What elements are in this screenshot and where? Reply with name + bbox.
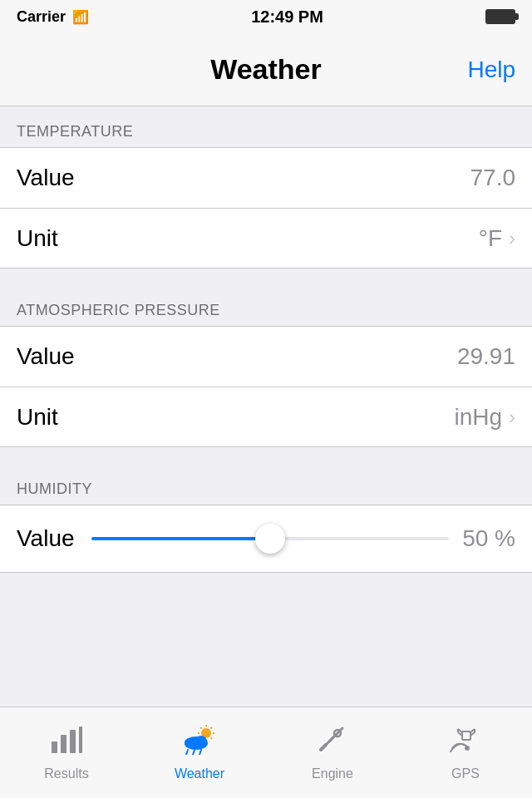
- humidity-value-display: 50 %: [449, 525, 515, 552]
- temperature-group: Value 77.0 Unit °F ›: [0, 147, 532, 268]
- humidity-value-label: Value: [17, 525, 75, 552]
- carrier-label: Carrier: [17, 8, 66, 26]
- svg-line-16: [186, 750, 188, 755]
- content-area: TEMPERATURE Value 77.0 Unit °F › ATMOSPH…: [0, 106, 532, 573]
- svg-rect-3: [79, 727, 82, 753]
- engine-icon: [316, 725, 349, 761]
- temperature-section-header: TEMPERATURE: [0, 106, 532, 147]
- results-icon: [50, 725, 83, 761]
- tab-engine-label: Engine: [312, 766, 353, 781]
- tab-gps-label: GPS: [451, 766, 480, 781]
- temperature-unit-display: °F ›: [479, 225, 515, 252]
- nav-bar: Weather Help: [0, 33, 532, 106]
- pressure-value-display: 29.91: [457, 343, 515, 370]
- gps-icon: [449, 725, 482, 761]
- tab-weather-label: Weather: [175, 766, 224, 781]
- temperature-value-display: 77.0: [470, 165, 516, 191]
- temperature-unit-row[interactable]: Unit °F ›: [0, 208, 532, 268]
- humidity-slider-track[interactable]: [91, 537, 449, 540]
- tab-weather[interactable]: Weather: [133, 725, 266, 781]
- chevron-right-icon: ›: [509, 227, 515, 250]
- pressure-unit-row[interactable]: Unit inHg ›: [0, 387, 532, 446]
- svg-point-15: [195, 736, 207, 747]
- svg-line-17: [193, 750, 195, 755]
- battery-icon: [485, 9, 515, 24]
- svg-rect-2: [70, 730, 76, 753]
- status-time: 12:49 PM: [251, 7, 323, 27]
- svg-rect-1: [61, 735, 66, 753]
- help-button[interactable]: Help: [467, 57, 515, 83]
- tab-engine[interactable]: Engine: [266, 725, 399, 781]
- spacer-2: [0, 447, 532, 464]
- humidity-value-row: Value 50 %: [0, 505, 532, 572]
- tab-results-label: Results: [44, 766, 88, 781]
- chevron-right-icon-2: ›: [509, 406, 515, 429]
- svg-line-10: [211, 737, 213, 739]
- status-left: Carrier 📶: [17, 8, 89, 26]
- svg-line-12: [211, 727, 213, 729]
- humidity-section-header: HUMIDITY: [0, 464, 532, 505]
- page-title: Weather: [210, 53, 322, 86]
- tab-results[interactable]: Results: [0, 725, 133, 781]
- svg-rect-0: [52, 741, 57, 753]
- humidity-slider-container: [91, 537, 449, 540]
- wifi-icon: 📶: [72, 9, 89, 25]
- pressure-group: Value 29.91 Unit inHg ›: [0, 326, 532, 447]
- temperature-value-label: Value: [17, 165, 75, 191]
- tab-bar: Results: [0, 707, 532, 798]
- pressure-value-label: Value: [17, 343, 75, 370]
- humidity-slider-fill: [91, 537, 270, 540]
- pressure-unit-label: Unit: [17, 404, 58, 431]
- pressure-unit-display: inHg ›: [454, 404, 515, 431]
- svg-point-27: [465, 746, 470, 751]
- humidity-slider-thumb[interactable]: [255, 524, 285, 554]
- pressure-section-header: ATMOSPHERIC PRESSURE: [0, 285, 532, 326]
- pressure-value-row: Value 29.91: [0, 327, 532, 387]
- spacer-1: [0, 268, 532, 285]
- svg-point-14: [185, 738, 195, 748]
- status-bar: Carrier 📶 12:49 PM: [0, 0, 532, 33]
- svg-line-18: [200, 750, 201, 755]
- weather-tab-icon: [181, 725, 218, 761]
- svg-line-9: [200, 727, 202, 729]
- tab-gps[interactable]: GPS: [399, 725, 532, 781]
- humidity-group: Value 50 %: [0, 505, 532, 573]
- temperature-unit-label: Unit: [17, 225, 58, 252]
- temperature-value-row: Value 77.0: [0, 148, 532, 208]
- svg-rect-20: [462, 732, 470, 740]
